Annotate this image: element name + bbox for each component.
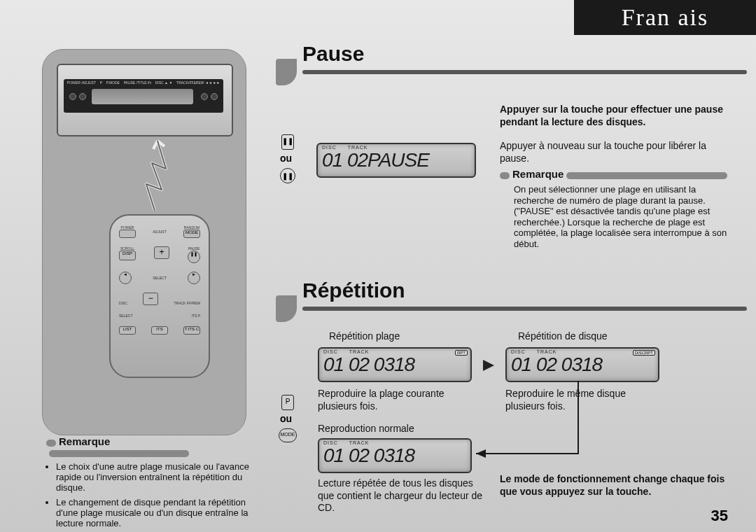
remote-label: ADJUST: [153, 230, 166, 234]
remote-its-button: ITS: [151, 326, 168, 335]
remark-title: Remarque: [512, 168, 564, 180]
remote-label: TRACK FF/REW: [174, 301, 200, 305]
device-illustration-panel: POWER /ADJUST P P.MODE PAUSE /TITLE IN D…: [42, 49, 246, 435]
remote-illustration: POWER ADJUST RANDOMMODE SCROLLDISP + PAU…: [109, 214, 210, 378]
pause-remark: Remarque On peut sélectionner une plage …: [500, 168, 735, 250]
arrow-right-icon: [483, 360, 494, 371]
remark-body: On peut sélectionner une plage en utilis…: [500, 180, 735, 250]
page-number: 35: [711, 507, 728, 525]
head-label: DISC ▲ ▼: [155, 80, 173, 85]
lcd-pause: DISCTRACK 01 02PAUSE: [316, 143, 476, 178]
remote-mode-button: MODE: [183, 230, 200, 238]
remote-minus-button: −: [143, 293, 158, 305]
remote-label: DISC: [119, 301, 127, 305]
pause-remote-icon: ❚❚: [280, 168, 295, 183]
lcd-badge: RPT: [455, 350, 468, 356]
remote-list-button: LIST: [119, 326, 136, 335]
lcd-normal: DISCTRACK 01 02 0318: [318, 438, 472, 473]
section-bar: [302, 70, 747, 74]
pill-icon: [566, 172, 727, 179]
left-remark: Remarque Le choix d'une autre plage musi…: [46, 435, 249, 532]
remote-left-button: ◄: [119, 272, 132, 284]
disc-repeat-label: Répétition de disque: [518, 330, 608, 343]
remark-item: Le choix d'une autre plage musicale ou l…: [56, 462, 249, 493]
pause-key-icon: ❚❚: [281, 134, 294, 150]
remote-label: SELECT: [119, 314, 132, 318]
pill-icon: [49, 450, 189, 457]
remark-title: Remarque: [59, 435, 110, 447]
head-label: P: [100, 80, 102, 85]
remote-right-button: ►: [188, 272, 200, 284]
pill-icon: [46, 440, 56, 447]
callout-arrow-icon: [134, 135, 176, 212]
lcd-disc-repeat: DISCTRACK DISCRPT 01 02 0318: [505, 347, 659, 382]
remote-plus-button: +: [154, 246, 169, 259]
remark-item: Le changement de disque pendant la répét…: [56, 498, 249, 529]
head-label: PAUSE /TITLE IN: [124, 80, 151, 85]
p-key-icon: P: [281, 395, 294, 410]
lcd-value: 01 02 0318: [319, 446, 470, 465]
caption-normal: Lecture répétée de tous les disques que …: [318, 477, 486, 514]
lcd-value: 01 02 0318: [507, 355, 658, 374]
ou-label: ou: [280, 153, 292, 164]
remote-disp-button: DISP: [119, 251, 136, 260]
remote-itsc-button: T.ITS.C: [183, 326, 200, 335]
mode-change-text: Le mode de fonctionnement change chaque …: [500, 473, 731, 498]
track-repeat-label: Répétition plage: [329, 330, 400, 343]
ou-label: ou: [280, 413, 292, 424]
flow-arrow-icon: [473, 378, 676, 462]
lcd-value: 01 02PAUSE: [318, 150, 475, 170]
remote-label: ITS.P: [191, 314, 200, 318]
lcd-badge: DISCRPT: [633, 350, 655, 356]
lcd-value: 01 02 0318: [319, 355, 470, 374]
head-label: P.MODE: [106, 80, 120, 85]
normal-play-label: Reproduction normale: [318, 423, 414, 435]
pill-icon: [500, 172, 510, 179]
mode-key-icon: MODE: [279, 428, 297, 442]
lcd-track-repeat: DISCTRACK RPT 01 02 0318: [318, 347, 472, 382]
head-label: POWER /ADJUST: [67, 80, 96, 85]
section-title-repetition: Répétition: [302, 279, 405, 302]
head-label: TRACK/FF&REW ◄◄ ►►: [176, 80, 220, 85]
language-tab: Fran ais: [574, 0, 756, 35]
section-title-pause: Pause: [302, 42, 364, 66]
remote-label: SELECT: [153, 276, 166, 280]
section-bar: [302, 307, 747, 311]
pause-instruction-bold: Appuyer sur la touche pour effectuer une…: [500, 104, 731, 128]
remote-pause-button: ❚❚: [188, 251, 200, 263]
pause-instruction: Appuyer à nouveau sur la touche pour lib…: [500, 140, 731, 164]
caption-track-repeat: Reproduire la plage courante plusieurs f…: [318, 388, 472, 412]
head-unit-illustration: POWER /ADJUST P P.MODE PAUSE /TITLE IN D…: [57, 64, 233, 136]
